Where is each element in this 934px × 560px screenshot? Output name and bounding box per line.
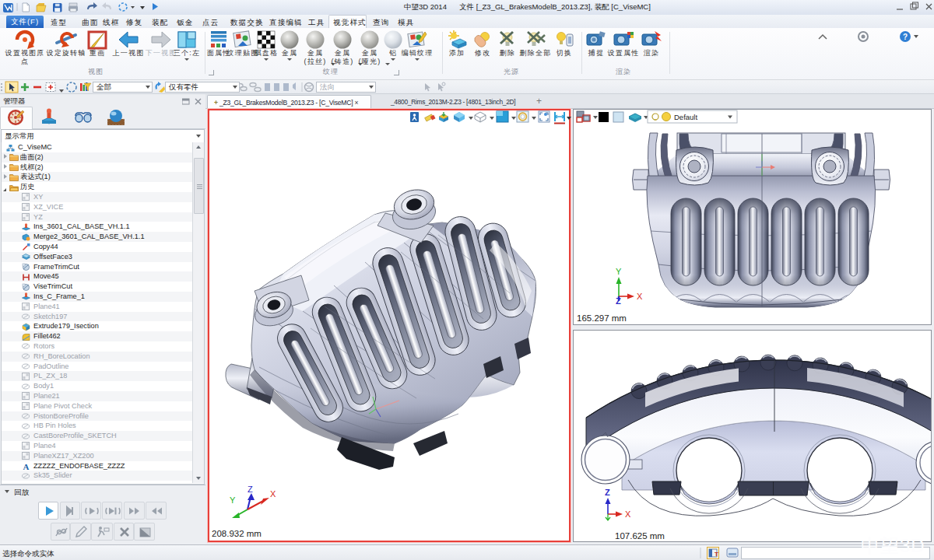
svg-text:X: X xyxy=(625,509,631,519)
svg-text:A: A xyxy=(23,462,30,471)
svg-text:X: X xyxy=(637,292,643,301)
svg-text:Z: Z xyxy=(616,296,621,306)
svg-text:T: T xyxy=(715,551,718,558)
svg-text:Z: Z xyxy=(605,488,610,497)
svg-text:?: ? xyxy=(903,33,908,41)
svg-text:Y: Y xyxy=(230,495,236,505)
svg-text:Default: Default xyxy=(674,113,697,121)
svg-text:Y: Y xyxy=(616,267,622,276)
svg-text:Z: Z xyxy=(248,485,253,494)
svg-text:X: X xyxy=(270,489,276,499)
